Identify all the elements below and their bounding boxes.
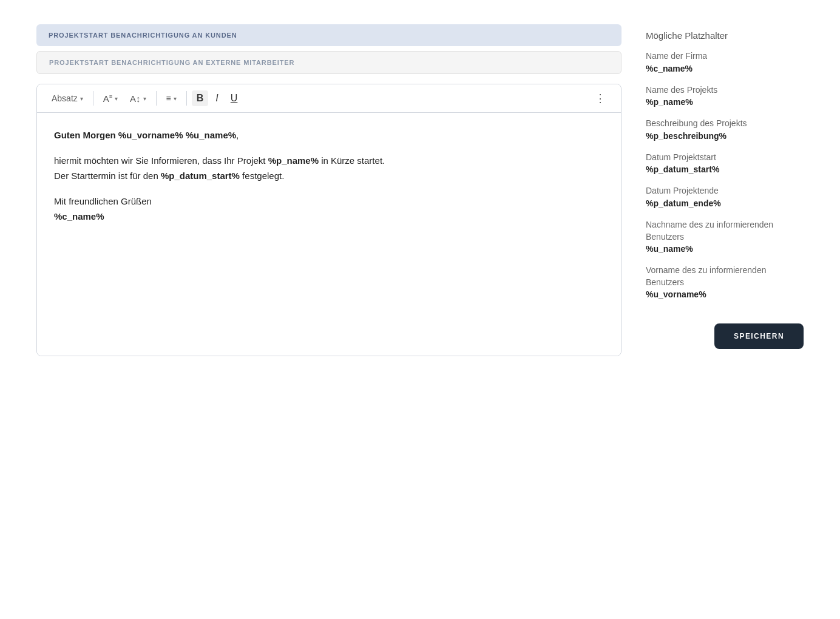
font-size-chevron-icon: ▾ <box>143 95 146 102</box>
placeholder-code-0: %c_name% <box>646 64 804 73</box>
placeholder-code-1: %p_name% <box>646 97 804 107</box>
left-panel: PROJEKTSTART BENACHRICHTIGUNG AN KUNDEN … <box>36 24 622 356</box>
placeholder-label-0: Name der Firma <box>646 50 804 63</box>
placeholder-item-4: Datum Projektende %p_datum_ende% <box>646 185 804 208</box>
placeholder-code-2: %p_beschreibung% <box>646 131 804 141</box>
toolbar-sep-2 <box>156 91 157 106</box>
bold-button[interactable]: B <box>192 90 209 106</box>
paragraph-select[interactable]: Absatz ▾ <box>47 91 88 106</box>
tabs-row: PROJEKTSTART BENACHRICHTIGUNG AN KUNDEN … <box>36 24 622 84</box>
placeholder-code-6: %u_vorname% <box>646 289 804 299</box>
placeholder-label-4: Datum Projektende <box>646 185 804 197</box>
tab-externe-mitarbeiter[interactable]: PROJEKTSTART BENACHRICHTIGUNG AN EXTERNE… <box>36 51 622 74</box>
paragraph-chevron-icon: ▾ <box>80 95 83 102</box>
placeholder-label-3: Datum Projektstart <box>646 152 804 164</box>
main-layout: PROJEKTSTART BENACHRICHTIGUNG AN KUNDEN … <box>36 24 804 356</box>
placeholder-label-2: Beschreibung des Projekts <box>646 118 804 130</box>
placeholder-item-0: Name der Firma %c_name% <box>646 50 804 73</box>
font-size-icon: A↕ <box>130 93 141 104</box>
placeholder-item-6: Vorname des zu informierenden Benutzers … <box>646 265 804 299</box>
editor-container: Absatz ▾ A≡ ▾ A↕ ▾ ≡ ▾ <box>36 84 622 356</box>
placeholder-label-1: Name des Projekts <box>646 84 804 96</box>
font-style-select[interactable]: A≡ ▾ <box>98 91 123 106</box>
tab-kunden[interactable]: PROJEKTSTART BENACHRICHTIGUNG AN KUNDEN <box>36 24 622 46</box>
paragraph-label: Absatz <box>52 93 78 103</box>
placeholder-item-3: Datum Projektstart %p_datum_start% <box>646 152 804 175</box>
toolbar-sep-1 <box>93 91 93 106</box>
italic-button[interactable]: I <box>211 90 223 106</box>
font-style-chevron-icon: ▾ <box>115 95 118 102</box>
align-chevron-icon: ▾ <box>174 95 177 102</box>
placeholder-item-1: Name des Projekts %p_name% <box>646 84 804 107</box>
editor-content[interactable]: Guten Morgen %u_vorname% %u_name%, hierm… <box>37 113 621 356</box>
editor-line-closing: Mit freundlichen Grüßen %c_name% <box>54 194 604 225</box>
underline-button[interactable]: U <box>226 90 243 106</box>
align-icon: ≡ <box>166 93 171 103</box>
font-style-icon: A≡ <box>103 93 112 104</box>
font-size-select[interactable]: A↕ ▾ <box>125 91 151 106</box>
placeholder-code-3: %p_datum_start% <box>646 164 804 174</box>
editor-line-greeting: Guten Morgen %u_vorname% %u_name%, <box>54 127 604 143</box>
right-panel: Mögliche Platzhalter Name der Firma %c_n… <box>646 24 804 356</box>
placeholder-code-5: %u_name% <box>646 244 804 254</box>
toolbar-sep-3 <box>186 91 187 106</box>
editor-toolbar: Absatz ▾ A≡ ▾ A↕ ▾ ≡ ▾ <box>37 84 621 113</box>
placeholder-item-5: Nachname des zu informierenden Benutzers… <box>646 219 804 254</box>
placeholder-label-6: Vorname des zu informierenden Benutzers <box>646 265 804 288</box>
editor-line-body: hiermit möchten wir Sie Informieren, das… <box>54 153 604 184</box>
placeholder-code-4: %p_datum_ende% <box>646 198 804 208</box>
placeholder-label-5: Nachname des zu informierenden Benutzers <box>646 219 804 243</box>
placeholder-item-2: Beschreibung des Projekts %p_beschreibun… <box>646 118 804 141</box>
save-button-row: SPEICHERN <box>646 323 804 349</box>
align-select[interactable]: ≡ ▾ <box>161 91 181 106</box>
placeholder-panel-title: Mögliche Platzhalter <box>646 30 804 41</box>
save-button[interactable]: SPEICHERN <box>714 323 804 349</box>
more-options-button[interactable]: ⋮ <box>590 89 611 107</box>
